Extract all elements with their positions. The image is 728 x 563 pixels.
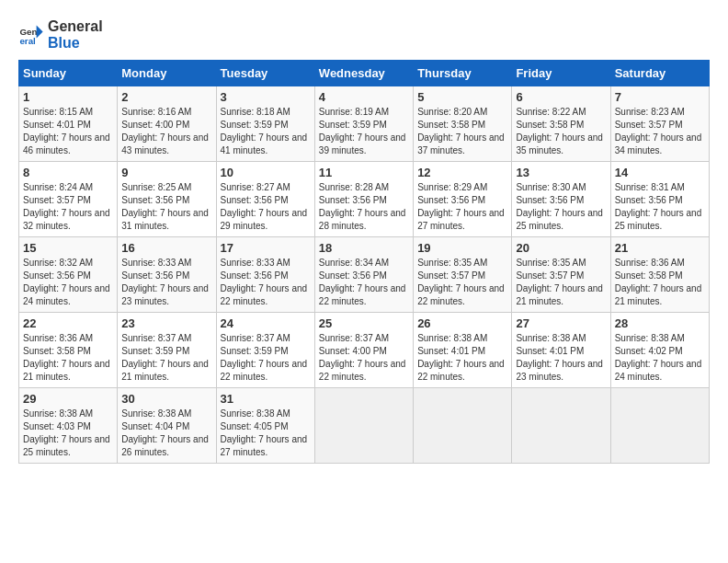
day-info: Sunrise: 8:22 AMSunset: 3:58 PMDaylight:… [516,106,606,157]
day-number: 9 [121,166,211,179]
day-info: Sunrise: 8:25 AMSunset: 3:56 PMDaylight:… [121,181,211,233]
day-info: Sunrise: 8:24 AMSunset: 3:57 PMDaylight:… [23,181,113,233]
day-number: 5 [417,90,507,104]
day-info: Sunrise: 8:38 AMSunset: 4:04 PMDaylight:… [121,408,211,459]
calendar-cell [610,388,709,464]
day-number: 15 [23,241,113,255]
day-number: 12 [417,166,507,179]
day-number: 24 [221,316,311,330]
calendar-cell: 24Sunrise: 8:37 AMSunset: 3:59 PMDayligh… [216,313,314,388]
calendar-cell: 23Sunrise: 8:37 AMSunset: 3:59 PMDayligh… [118,313,216,388]
day-number: 17 [221,241,311,255]
calendar-cell: 21Sunrise: 8:36 AMSunset: 3:58 PMDayligh… [610,237,709,313]
day-info: Sunrise: 8:37 AMSunset: 4:00 PMDaylight:… [319,332,409,384]
header-wednesday: Wednesday [314,61,413,86]
day-number: 22 [23,316,113,330]
calendar-cell [512,388,610,464]
day-number: 6 [516,90,606,104]
calendar-cell: 26Sunrise: 8:38 AMSunset: 4:01 PMDayligh… [414,313,512,388]
day-info: Sunrise: 8:33 AMSunset: 3:56 PMDaylight:… [121,257,211,308]
calendar-cell: 19Sunrise: 8:35 AMSunset: 3:57 PMDayligh… [414,237,512,313]
svg-text:eral: eral [19,35,36,45]
logo-blue: Blue [48,35,103,52]
calendar-week-5: 29Sunrise: 8:38 AMSunset: 4:03 PMDayligh… [19,388,710,464]
day-info: Sunrise: 8:28 AMSunset: 3:56 PMDaylight:… [319,181,409,233]
calendar-week-4: 22Sunrise: 8:36 AMSunset: 3:58 PMDayligh… [19,313,710,388]
calendar-cell: 14Sunrise: 8:31 AMSunset: 3:56 PMDayligh… [610,162,709,237]
calendar-cell: 30Sunrise: 8:38 AMSunset: 4:04 PMDayligh… [118,388,216,464]
day-info: Sunrise: 8:30 AMSunset: 3:56 PMDaylight:… [516,181,606,233]
calendar-cell: 6Sunrise: 8:22 AMSunset: 3:58 PMDaylight… [512,86,610,162]
calendar-week-1: 1Sunrise: 8:15 AMSunset: 4:01 PMDaylight… [19,86,710,162]
calendar-table: SundayMondayTuesdayWednesdayThursdayFrid… [18,60,710,464]
day-info: Sunrise: 8:32 AMSunset: 3:56 PMDaylight:… [23,257,113,308]
day-number: 13 [516,166,606,179]
calendar-cell: 4Sunrise: 8:19 AMSunset: 3:59 PMDaylight… [314,86,413,162]
day-number: 21 [615,241,705,255]
day-number: 27 [516,316,606,330]
calendar-cell: 5Sunrise: 8:20 AMSunset: 3:58 PMDaylight… [414,86,512,162]
header-sunday: Sunday [19,61,118,86]
calendar-cell: 9Sunrise: 8:25 AMSunset: 3:56 PMDaylight… [118,162,216,237]
day-info: Sunrise: 8:38 AMSunset: 4:01 PMDaylight:… [417,332,507,384]
day-info: Sunrise: 8:20 AMSunset: 3:58 PMDaylight:… [417,106,507,157]
day-number: 14 [615,166,705,179]
day-number: 25 [319,316,409,330]
logo: Gen eral General Blue [18,18,103,51]
calendar-cell: 16Sunrise: 8:33 AMSunset: 3:56 PMDayligh… [118,237,216,313]
day-number: 31 [221,392,311,406]
day-number: 18 [319,241,409,255]
day-number: 8 [23,166,113,179]
svg-marker-2 [37,25,43,38]
header-row: SundayMondayTuesdayWednesdayThursdayFrid… [19,61,710,86]
header-friday: Friday [512,61,610,86]
day-info: Sunrise: 8:38 AMSunset: 4:05 PMDaylight:… [221,408,311,459]
day-info: Sunrise: 8:16 AMSunset: 4:00 PMDaylight:… [121,106,211,157]
day-number: 4 [319,90,409,104]
day-info: Sunrise: 8:36 AMSunset: 3:58 PMDaylight:… [615,257,705,308]
day-info: Sunrise: 8:19 AMSunset: 3:59 PMDaylight:… [319,106,409,157]
day-info: Sunrise: 8:38 AMSunset: 4:02 PMDaylight:… [615,332,705,384]
logo-text: General Blue [48,18,103,51]
calendar-cell: 28Sunrise: 8:38 AMSunset: 4:02 PMDayligh… [610,313,709,388]
calendar-cell: 17Sunrise: 8:33 AMSunset: 3:56 PMDayligh… [216,237,314,313]
day-info: Sunrise: 8:35 AMSunset: 3:57 PMDaylight:… [516,257,606,308]
calendar-week-3: 15Sunrise: 8:32 AMSunset: 3:56 PMDayligh… [19,237,710,313]
calendar-cell: 27Sunrise: 8:38 AMSunset: 4:01 PMDayligh… [512,313,610,388]
day-number: 29 [23,392,113,406]
day-info: Sunrise: 8:18 AMSunset: 3:59 PMDaylight:… [221,106,311,157]
day-number: 23 [121,316,211,330]
calendar-cell: 2Sunrise: 8:16 AMSunset: 4:00 PMDaylight… [118,86,216,162]
calendar-cell: 18Sunrise: 8:34 AMSunset: 3:56 PMDayligh… [314,237,413,313]
calendar-cell: 13Sunrise: 8:30 AMSunset: 3:56 PMDayligh… [512,162,610,237]
calendar-cell [314,388,413,464]
header-monday: Monday [118,61,216,86]
calendar-cell: 31Sunrise: 8:38 AMSunset: 4:05 PMDayligh… [216,388,314,464]
calendar-cell: 12Sunrise: 8:29 AMSunset: 3:56 PMDayligh… [414,162,512,237]
day-info: Sunrise: 8:36 AMSunset: 3:58 PMDaylight:… [23,332,113,384]
calendar-cell: 11Sunrise: 8:28 AMSunset: 3:56 PMDayligh… [314,162,413,237]
calendar-cell: 8Sunrise: 8:24 AMSunset: 3:57 PMDaylight… [19,162,118,237]
day-info: Sunrise: 8:33 AMSunset: 3:56 PMDaylight:… [221,257,311,308]
calendar-cell: 20Sunrise: 8:35 AMSunset: 3:57 PMDayligh… [512,237,610,313]
calendar-cell: 29Sunrise: 8:38 AMSunset: 4:03 PMDayligh… [19,388,118,464]
calendar-cell: 3Sunrise: 8:18 AMSunset: 3:59 PMDaylight… [216,86,314,162]
calendar-cell: 7Sunrise: 8:23 AMSunset: 3:57 PMDaylight… [610,86,709,162]
day-info: Sunrise: 8:15 AMSunset: 4:01 PMDaylight:… [23,106,113,157]
day-info: Sunrise: 8:37 AMSunset: 3:59 PMDaylight:… [221,332,311,384]
header-saturday: Saturday [610,61,709,86]
day-number: 16 [121,241,211,255]
day-number: 10 [221,166,311,179]
day-info: Sunrise: 8:38 AMSunset: 4:01 PMDaylight:… [516,332,606,384]
calendar-cell: 15Sunrise: 8:32 AMSunset: 3:56 PMDayligh… [19,237,118,313]
day-number: 1 [23,90,113,104]
logo-icon: Gen eral [18,22,44,48]
logo-general: General [48,18,103,35]
day-info: Sunrise: 8:27 AMSunset: 3:56 PMDaylight:… [221,181,311,233]
calendar-cell: 1Sunrise: 8:15 AMSunset: 4:01 PMDaylight… [19,86,118,162]
day-number: 20 [516,241,606,255]
day-number: 26 [417,316,507,330]
day-info: Sunrise: 8:35 AMSunset: 3:57 PMDaylight:… [417,257,507,308]
day-number: 19 [417,241,507,255]
calendar-cell [414,388,512,464]
